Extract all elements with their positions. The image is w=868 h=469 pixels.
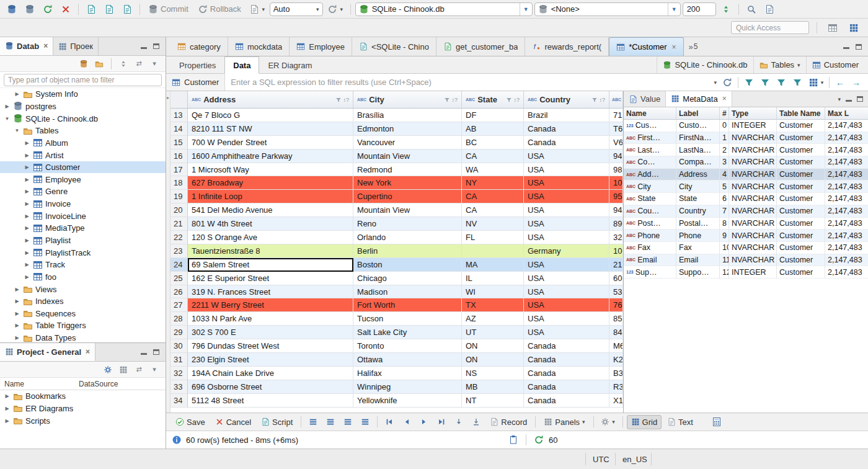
combo-arrow-icon[interactable]: ▼ xyxy=(520,3,529,16)
expand-arrow-icon[interactable]: ▶ xyxy=(14,323,20,328)
cell-country[interactable]: USA xyxy=(524,190,609,203)
expand-arrow-icon[interactable]: ▶ xyxy=(4,406,11,411)
meta-row[interactable]: ABCFirst…FirstNa…1NVARCHARCustomer2,147,… xyxy=(624,132,868,145)
maximize-icon[interactable] xyxy=(153,349,159,355)
calc-panel-icon[interactable] xyxy=(709,414,725,429)
filter-history-icon[interactable]: ▾ xyxy=(711,79,719,86)
tab-project-general[interactable]: Project - General × xyxy=(0,343,95,361)
tree-item-postgres[interactable]: ▶postgres xyxy=(0,100,166,113)
tab-metadata[interactable]: MetaData × xyxy=(666,91,732,107)
sort-indicator-icon[interactable]: ↕? xyxy=(451,97,458,103)
connection-settings-icon[interactable] xyxy=(22,2,38,17)
row-number-cell[interactable]: 32 xyxy=(170,367,188,380)
collapse-arrow-icon[interactable]: ▼ xyxy=(14,128,20,133)
auto-refresh-icon[interactable] xyxy=(534,435,544,445)
locale-indicator[interactable]: en_US xyxy=(622,449,647,469)
cell-city[interactable]: Boston xyxy=(353,258,462,272)
expand-arrow-icon[interactable]: ▶ xyxy=(24,262,30,267)
meta-row[interactable]: ABCCou…Country7NVARCHARCustomer2,147,483 xyxy=(624,205,868,218)
tree-item-indexes[interactable]: ▶Indexes xyxy=(0,295,166,308)
row-number-cell[interactable]: 25 xyxy=(170,272,188,285)
tab-er-diagram[interactable]: ER Diagram xyxy=(259,56,321,74)
new-sql-editor-icon[interactable] xyxy=(119,2,135,17)
cell-country[interactable]: Canada xyxy=(524,122,609,136)
column-header-postalcode[interactable]: ABC xyxy=(609,91,623,108)
cell-postalcode[interactable]: K2 xyxy=(609,353,623,367)
tab-data[interactable]: Data xyxy=(224,56,259,74)
txn-mode-combo[interactable]: Auto▾ xyxy=(270,2,323,16)
row-number-cell[interactable]: 22 xyxy=(170,231,188,244)
collapse-all-icon[interactable] xyxy=(117,58,130,70)
editor-tab-rewards-report[interactable]: rewards_report( xyxy=(525,37,609,56)
expand-arrow-icon[interactable]: ▶ xyxy=(24,140,30,146)
cell-postalcode[interactable]: V6 xyxy=(609,136,623,150)
expand-arrow-icon[interactable]: ▶ xyxy=(4,393,11,399)
cell-address[interactable]: 1 Infinite Loop xyxy=(188,190,353,203)
tree-item-playlist[interactable]: ▶Playlist xyxy=(0,234,166,247)
cell-address[interactable]: 230 Elgin Street xyxy=(188,353,353,367)
cell-postalcode[interactable]: 84 xyxy=(609,326,623,339)
column-header-state[interactable]: ABCState↕? xyxy=(462,91,524,108)
breadcrumb-customer[interactable]: Customer xyxy=(806,56,864,73)
cell-country[interactable]: USA xyxy=(524,231,609,244)
breadcrumb-sqlite-chinook-db[interactable]: SQLite - Chinook.db xyxy=(657,56,753,73)
cell-postalcode[interactable]: 21 xyxy=(609,258,623,272)
chevron-down-icon[interactable]: ▾ xyxy=(797,62,800,68)
cell-address[interactable]: 1033 N Park Ave xyxy=(188,312,353,326)
cell-address[interactable]: 162 E Superior Street xyxy=(188,272,353,285)
row-number-cell[interactable]: 14 xyxy=(170,122,188,136)
sort-indicator-icon[interactable]: ↕? xyxy=(343,97,349,103)
row-number-cell[interactable]: 13 xyxy=(170,109,188,122)
tab-value[interactable]: Value xyxy=(624,91,666,107)
cell-state[interactable]: CA xyxy=(462,150,524,163)
cell-postalcode[interactable]: 94 xyxy=(609,203,623,217)
cell-address[interactable]: 796 Dundas Street West xyxy=(188,339,353,353)
maximize-icon[interactable] xyxy=(857,96,863,102)
row-number-cell[interactable]: 24 xyxy=(170,258,188,272)
settings-gear-icon[interactable]: ▾ xyxy=(598,414,619,429)
row-number-cell[interactable]: 28 xyxy=(170,312,188,326)
cell-postalcode[interactable]: 89 xyxy=(609,217,623,231)
row-number-cell[interactable]: 18 xyxy=(170,176,188,190)
tree-item-customer[interactable]: ▶Customer xyxy=(0,161,166,174)
cell-address[interactable]: 2211 W Berry Street xyxy=(188,298,353,312)
sql-history-icon[interactable]: ▾ xyxy=(325,2,346,17)
expand-arrow-icon[interactable]: ▶ xyxy=(24,238,30,243)
cell-state[interactable]: ON xyxy=(462,353,524,367)
cell-state[interactable]: AZ xyxy=(462,312,524,326)
cell-address[interactable]: 120 S Orange Ave xyxy=(188,231,353,244)
close-icon[interactable]: × xyxy=(86,347,90,356)
cell-city[interactable]: Halifax xyxy=(353,367,462,380)
expand-arrow-icon[interactable]: ▶ xyxy=(24,164,30,170)
cell-city[interactable]: Cupertino xyxy=(353,190,462,203)
cell-postalcode[interactable]: 98 xyxy=(609,163,623,177)
cell-city[interactable]: Ottawa xyxy=(353,353,462,367)
meta-row[interactable]: ABCCo…Compa…3NVARCHARCustomer2,147,483 xyxy=(624,156,868,169)
tree-item-views[interactable]: ▶Views xyxy=(0,283,166,295)
duplicate-row-icon[interactable] xyxy=(340,414,356,429)
meta-row[interactable]: ABCEmailEmail11NVARCHARCustomer2,147,483 xyxy=(624,254,868,267)
previous-record-icon[interactable] xyxy=(399,414,415,429)
meta-column-label[interactable]: Label xyxy=(676,107,720,119)
meta-row[interactable]: ABCPost…Postal…8NVARCHARCustomer2,147,48… xyxy=(624,218,868,230)
cell-postalcode[interactable]: 85 xyxy=(609,312,623,326)
editor-tab-mockdata[interactable]: mockdata xyxy=(228,37,290,56)
cell-city[interactable]: Mountain View xyxy=(353,150,462,163)
tree-item-mediatype[interactable]: ▶MediaType xyxy=(0,222,166,234)
cell-state[interactable]: NY xyxy=(462,176,524,190)
column-header-city[interactable]: ABCCity↕? xyxy=(353,91,462,108)
cell-address[interactable]: 700 W Pender Street xyxy=(188,136,353,150)
tree-item-foo[interactable]: ▶foo xyxy=(0,271,166,284)
delete-row-icon[interactable] xyxy=(357,414,373,429)
cell-state[interactable]: MB xyxy=(462,380,524,394)
tree-item-table-triggers[interactable]: ▶Table Triggers xyxy=(0,319,166,332)
cell-country[interactable]: USA xyxy=(524,163,609,177)
expand-arrow-icon[interactable]: ▶ xyxy=(24,213,30,219)
row-number-cell[interactable]: 31 xyxy=(170,353,188,367)
expand-arrow-icon[interactable]: ▶ xyxy=(14,91,20,97)
fetch-next-page-icon[interactable] xyxy=(451,414,467,429)
cell-address[interactable]: 801 W 4th Street xyxy=(188,217,353,231)
cell-country[interactable]: Canada xyxy=(524,339,609,353)
tab-projects[interactable]: Проек xyxy=(53,37,99,55)
expand-arrow-icon[interactable]: ▶ xyxy=(4,104,11,109)
